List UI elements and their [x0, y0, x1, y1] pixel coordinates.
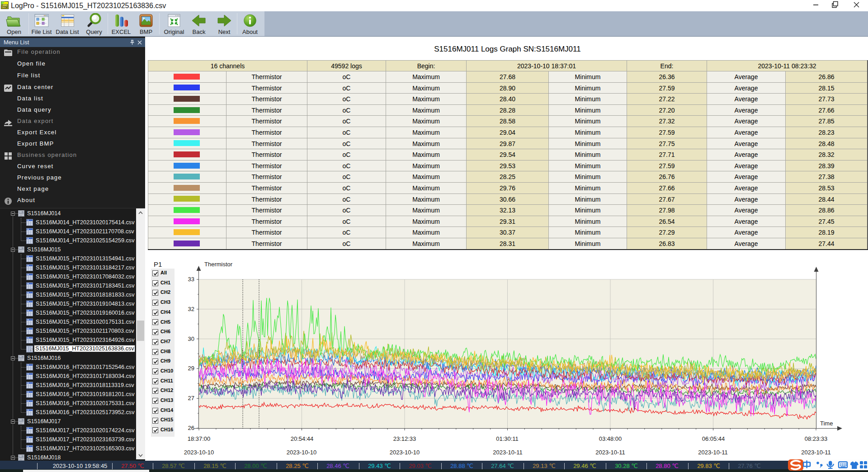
svg-text:log: log [2, 5, 7, 8]
